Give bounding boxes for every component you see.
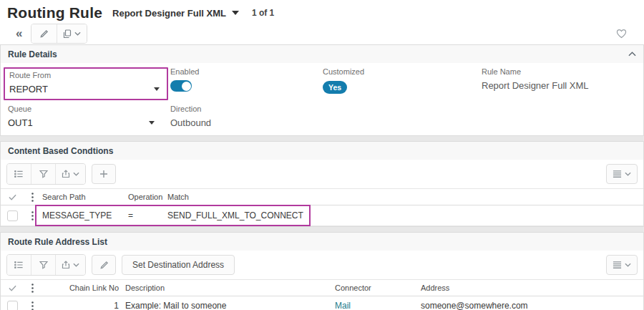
queue-value: OUT1 [8, 117, 33, 128]
route-from-highlight: Route From REPORT [4, 67, 168, 100]
export-button[interactable] [56, 255, 85, 275]
address-list-title: Route Rule Address List [8, 237, 107, 247]
customized-badge: Yes [323, 81, 347, 94]
record-selector[interactable]: Report Designer Full XML [112, 8, 239, 19]
content-conditions-header: Content Based Condtions [1, 142, 643, 160]
export-button[interactable] [56, 164, 85, 184]
col-chain-link-no[interactable]: Chain Link No [41, 284, 119, 292]
cell-description: Example: Mail to someone [119, 301, 335, 310]
rule-name-value: Report Designer Full XML [482, 80, 643, 91]
chevron-down-icon [74, 32, 81, 36]
address-list-toolbar: Set Destination Address [1, 251, 643, 279]
favorite-heart-icon[interactable] [616, 29, 627, 39]
content-conditions-section: Content Based Condtions [0, 141, 644, 227]
customized-label: Customized [323, 67, 482, 76]
hamburger-icon [613, 170, 622, 178]
rule-name-label: Rule Name [482, 67, 643, 76]
cell-match: SEND_FULL_XML_TO_CONNECT [167, 210, 643, 221]
direction-label: Direction [170, 105, 323, 113]
chevron-down-icon [73, 172, 79, 176]
routing-rule-page: Routing Rule Report Designer Full XML 1 … [0, 0, 644, 310]
chevron-down-icon [625, 263, 631, 267]
col-connector[interactable]: Connector [335, 284, 421, 292]
rule-details-section: Rule Details Route From REPORT Ena [0, 44, 644, 136]
route-from-select[interactable]: REPORT [9, 84, 165, 95]
plus-icon [99, 170, 108, 178]
edit-address-button[interactable] [92, 255, 116, 275]
address-list-section: Route Rule Address List [0, 232, 644, 310]
row-checkbox[interactable] [7, 210, 18, 221]
address-table-header: Chain Link No Description Connector Addr… [1, 279, 643, 296]
page-header: Routing Rule Report Designer Full XML 1 … [0, 0, 644, 44]
col-operation[interactable]: Operation [128, 193, 167, 201]
queue-label: Queue [8, 105, 160, 113]
caret-down-icon [154, 87, 160, 91]
filter-button[interactable] [31, 164, 56, 184]
filter-button[interactable] [31, 255, 56, 275]
caret-down-icon [149, 121, 155, 125]
copy-icon [63, 29, 72, 39]
queue-select[interactable]: OUT1 [8, 117, 160, 128]
main-toolbar: « [7, 23, 637, 44]
chevron-down-icon [625, 172, 631, 176]
pencil-icon [39, 29, 49, 39]
record-selector-label: Report Designer Full XML [112, 8, 226, 19]
grid-options-button[interactable] [606, 255, 638, 275]
grid-options-button[interactable] [606, 164, 638, 184]
select-all-check-icon[interactable] [1, 194, 24, 200]
col-search-path[interactable]: Search Path [41, 193, 128, 201]
collapse-panel-icon[interactable]: « [11, 26, 26, 41]
copy-record-button[interactable] [57, 24, 87, 43]
kebab-menu-icon[interactable] [24, 301, 41, 310]
caret-down-icon [232, 11, 239, 15]
select-all-check-icon[interactable] [1, 285, 24, 291]
list-view-button[interactable] [7, 164, 31, 184]
cell-search-path: MESSAGE_TYPE [41, 210, 128, 221]
export-icon [62, 261, 70, 269]
cell-address: someone@somewhere.com [421, 301, 643, 310]
col-match[interactable]: Match [167, 193, 643, 201]
chevron-down-icon [73, 263, 79, 267]
add-condition-button[interactable] [92, 164, 116, 184]
pencil-icon [99, 261, 109, 270]
list-icon [14, 170, 24, 178]
content-conditions-toolbar [1, 160, 643, 188]
cell-operation: = [128, 210, 167, 221]
conditions-table-header: Search Path Operation Match [1, 188, 643, 205]
condition-row[interactable]: MESSAGE_TYPE = SEND_FULL_XML_TO_CONNECT [1, 205, 643, 226]
content-conditions-title: Content Based Condtions [8, 146, 113, 156]
kebab-menu-icon[interactable] [24, 284, 41, 293]
cell-chain-link-no: 1 [41, 301, 119, 310]
kebab-menu-icon[interactable] [24, 193, 41, 202]
filter-icon [39, 170, 48, 178]
cell-connector: Mail [335, 301, 421, 310]
hamburger-icon [613, 261, 622, 269]
record-pagination: 1 of 1 [252, 8, 274, 18]
rule-details-header: Rule Details [1, 45, 643, 63]
list-view-button[interactable] [7, 255, 31, 275]
col-description[interactable]: Description [119, 284, 335, 292]
page-title: Routing Rule [7, 4, 102, 21]
route-from-value: REPORT [9, 84, 48, 95]
enabled-toggle[interactable] [170, 80, 192, 92]
filter-icon [39, 261, 48, 269]
direction-value: Outbound [170, 117, 323, 128]
address-list-header: Route Rule Address List [1, 233, 643, 251]
col-address[interactable]: Address [421, 284, 643, 292]
edit-button[interactable] [31, 24, 57, 43]
chevron-up-icon[interactable] [628, 52, 636, 57]
enabled-label: Enabled [170, 67, 323, 76]
address-row[interactable]: 1 Example: Mail to someone Mail someone@… [1, 296, 643, 310]
list-icon [14, 261, 24, 269]
kebab-menu-icon[interactable] [24, 211, 41, 221]
set-destination-address-button[interactable]: Set Destination Address [122, 255, 235, 275]
row-checkbox[interactable] [7, 301, 18, 310]
route-from-label: Route From [9, 71, 165, 79]
rule-details-title: Rule Details [8, 49, 57, 59]
export-icon [62, 170, 70, 178]
